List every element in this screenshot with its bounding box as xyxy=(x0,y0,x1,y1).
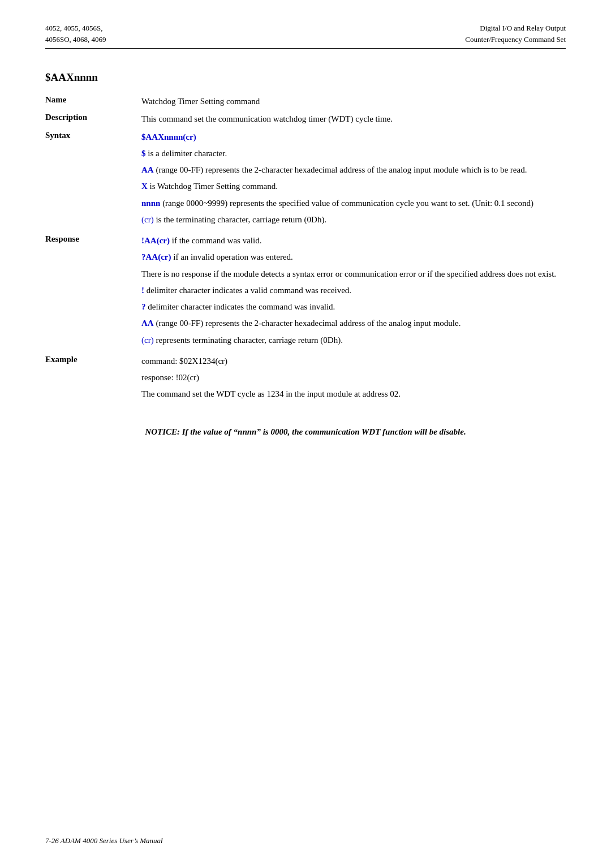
description-row: Description This command set the communi… xyxy=(45,110,566,128)
page-header: 4052, 4055, 4056S, 4056SO, 4068, 4069 Di… xyxy=(45,23,566,49)
header-left-line2: 4056SO, 4068, 4069 xyxy=(45,34,106,45)
response-item: ! delimiter character indicates a valid … xyxy=(141,284,566,297)
syntax-item: $ is a delimiter character. xyxy=(141,147,566,160)
header-right-line2: Counter/Frequency Command Set xyxy=(465,34,566,45)
notice-text: NOTICE: If the value of “nnnn” is 0000, … xyxy=(45,427,566,437)
header-left-line1: 4052, 4055, 4056S, xyxy=(45,23,106,34)
syntax-content: $AAXnnnn(cr) $ is a delimiter character.… xyxy=(141,128,566,233)
example-item: response: !02(cr) xyxy=(141,371,566,384)
example-item: The command set the WDT cycle as 1234 in… xyxy=(141,388,566,401)
response-item: ?AA(cr) if an invalid operation was ente… xyxy=(141,251,566,264)
response-item: (cr) represents terminating character, c… xyxy=(141,334,566,347)
section-title: $AAXnnnn xyxy=(45,71,566,84)
response-item: !AA(cr) if the command was valid. xyxy=(141,234,566,247)
name-value: Watchdog Timer Setting command xyxy=(141,93,566,110)
response-item: ? delimiter character indicates the comm… xyxy=(141,300,566,313)
page: 4052, 4055, 4056S, 4056SO, 4068, 4069 Di… xyxy=(0,0,611,868)
example-items: command: $02X1234(cr)response: !02(cr)Th… xyxy=(141,355,566,401)
response-item-prefix: AA xyxy=(141,319,154,328)
syntax-items: $ is a delimiter character.AA (range 00-… xyxy=(141,147,566,226)
response-item-prefix: ?AA(cr) xyxy=(141,252,171,261)
content-table: Name Watchdog Timer Setting command Desc… xyxy=(45,93,566,407)
description-label: Description xyxy=(45,110,141,128)
response-row: Response !AA(cr) if the command was vali… xyxy=(45,232,566,353)
syntax-item-prefix: $ xyxy=(141,149,146,158)
syntax-value: $AAXnnnn(cr) xyxy=(141,132,196,141)
syntax-row: Syntax $AAXnnnn(cr) $ is a delimiter cha… xyxy=(45,128,566,233)
example-row: Example command: $02X1234(cr)response: !… xyxy=(45,353,566,407)
response-label: Response xyxy=(45,232,141,353)
name-label: Name xyxy=(45,93,141,110)
page-footer: 7-26 ADAM 4000 Series User’s Manual xyxy=(45,836,163,845)
header-right-line1: Digital I/O and Relay Output xyxy=(465,23,566,34)
response-item: There is no response if the module detec… xyxy=(141,268,566,281)
syntax-label: Syntax xyxy=(45,128,141,233)
response-item-prefix: !AA(cr) xyxy=(141,236,170,245)
syntax-item-prefix: AA xyxy=(141,165,154,174)
syntax-item-prefix: nnnn xyxy=(141,199,160,208)
response-item: AA (range 00-FF) represents the 2-charac… xyxy=(141,317,566,330)
header-right: Digital I/O and Relay Output Counter/Fre… xyxy=(465,23,566,45)
response-item-prefix: ? xyxy=(141,302,146,311)
syntax-item: nnnn (range 0000~9999) represents the sp… xyxy=(141,197,566,210)
header-left: 4052, 4055, 4056S, 4056SO, 4068, 4069 xyxy=(45,23,106,45)
example-content: command: $02X1234(cr)response: !02(cr)Th… xyxy=(141,353,566,407)
example-item: command: $02X1234(cr) xyxy=(141,355,566,368)
syntax-item: AA (range 00-FF) represents the 2-charac… xyxy=(141,164,566,177)
notice-block: NOTICE: If the value of “nnnn” is 0000, … xyxy=(45,427,566,437)
response-content: !AA(cr) if the command was valid.?AA(cr)… xyxy=(141,232,566,353)
response-item-prefix: (cr) xyxy=(141,336,154,345)
example-label: Example xyxy=(45,353,141,407)
syntax-item: X is Watchdog Timer Setting command. xyxy=(141,180,566,193)
name-row: Name Watchdog Timer Setting command xyxy=(45,93,566,110)
response-items: !AA(cr) if the command was valid.?AA(cr)… xyxy=(141,234,566,347)
description-value: This command set the communication watch… xyxy=(141,110,566,128)
syntax-item-prefix: (cr) xyxy=(141,215,154,224)
response-item-prefix: ! xyxy=(141,286,144,295)
syntax-item-prefix: X xyxy=(141,182,148,191)
syntax-item: (cr) is the terminating character, carri… xyxy=(141,213,566,226)
